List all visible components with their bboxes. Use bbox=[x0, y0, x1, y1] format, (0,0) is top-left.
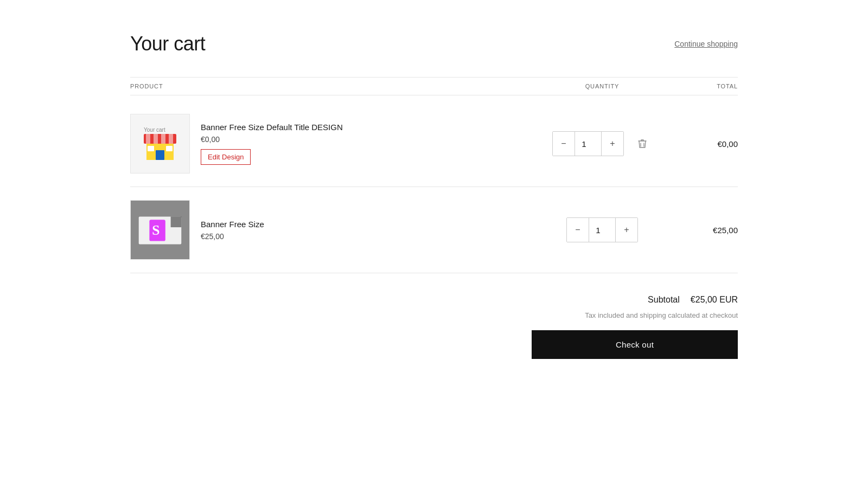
checkout-button[interactable]: Check out bbox=[532, 330, 738, 359]
cart-table-header: PRODUCT QUANTITY TOTAL bbox=[130, 77, 738, 95]
svg-rect-3 bbox=[154, 134, 158, 144]
item-details-2: Banner Free Size €25,00 bbox=[201, 220, 264, 241]
svg-rect-9 bbox=[166, 146, 173, 151]
svg-rect-7 bbox=[156, 150, 164, 160]
product-image-2: S bbox=[130, 200, 190, 260]
subtotal-amount: €25,00 EUR bbox=[691, 295, 738, 305]
page-title: Your cart bbox=[130, 33, 205, 55]
quantity-with-delete-2: − + bbox=[566, 217, 638, 242]
qty-increase-1[interactable]: + bbox=[602, 132, 623, 156]
cart-header: Your cart Continue shopping bbox=[130, 33, 738, 55]
subtotal-row: Subtotal €25,00 EUR bbox=[648, 295, 738, 305]
item-total-1: €0,00 bbox=[656, 139, 738, 149]
tax-note: Tax included and shipping calculated at … bbox=[585, 311, 738, 319]
qty-decrease-2[interactable]: − bbox=[567, 218, 589, 242]
item-product-2: S Banner Free Size €25,00 bbox=[130, 200, 548, 260]
qty-increase-2[interactable]: + bbox=[616, 218, 637, 242]
item-quantity-2: − + bbox=[548, 217, 656, 242]
continue-shopping-button[interactable]: Continue shopping bbox=[674, 40, 738, 48]
col-header-product: PRODUCT bbox=[130, 83, 548, 89]
item-price-1: €0,00 bbox=[201, 135, 343, 144]
edit-design-button-1[interactable]: Edit Design bbox=[201, 149, 251, 165]
svg-rect-14 bbox=[171, 216, 182, 227]
qty-control-2: − + bbox=[566, 217, 638, 242]
subtotal-label: Subtotal bbox=[648, 295, 680, 305]
svg-rect-5 bbox=[169, 134, 173, 144]
svg-text:Your cart: Your cart bbox=[144, 127, 165, 133]
col-header-quantity: QUANTITY bbox=[548, 83, 656, 89]
item-product-1: Your cart Banner Free Size bbox=[130, 114, 548, 174]
svg-text:S: S bbox=[152, 222, 159, 238]
cart-item-1: Your cart Banner Free Size bbox=[130, 101, 738, 187]
item-quantity-1: − + bbox=[548, 131, 656, 156]
item-name-2: Banner Free Size bbox=[201, 220, 264, 229]
qty-decrease-1[interactable]: − bbox=[553, 132, 575, 156]
svg-rect-2 bbox=[146, 134, 150, 144]
quantity-with-delete-1: − + bbox=[552, 131, 652, 156]
qty-input-2[interactable] bbox=[589, 218, 616, 242]
trash-icon-1 bbox=[637, 138, 648, 149]
item-total-2: €25,00 bbox=[656, 226, 738, 235]
delete-item-1[interactable] bbox=[633, 134, 652, 153]
item-details-1: Banner Free Size Default Title DESIGN €0… bbox=[201, 123, 343, 165]
svg-rect-4 bbox=[161, 134, 165, 144]
product-image-1: Your cart bbox=[130, 114, 190, 174]
item-name-1: Banner Free Size Default Title DESIGN bbox=[201, 123, 343, 132]
col-header-total: TOTAL bbox=[656, 83, 738, 89]
qty-input-1[interactable] bbox=[575, 132, 602, 156]
cart-item-2: S Banner Free Size €25,00 − + €25,00 bbox=[130, 187, 738, 273]
cart-footer: Subtotal €25,00 EUR Tax included and shi… bbox=[130, 295, 738, 359]
qty-control-1: − + bbox=[552, 131, 624, 156]
item-price-2: €25,00 bbox=[201, 232, 264, 241]
svg-rect-8 bbox=[148, 146, 154, 151]
